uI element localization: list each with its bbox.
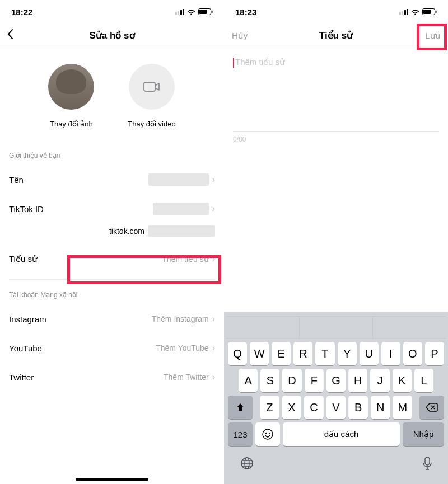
row-instagram[interactable]: Instagram Thêm Instagram ›	[0, 304, 224, 333]
svg-rect-2	[212, 11, 213, 13]
row-yt-label: YouTube	[9, 344, 42, 353]
signal-icon	[399, 9, 409, 15]
change-photo-button[interactable]: Thay đổi ảnh	[48, 64, 94, 128]
row-yt-value: Thêm YouTube	[156, 344, 208, 353]
wifi-icon	[186, 8, 196, 15]
wifi-icon	[410, 8, 420, 15]
nav-header: Hủy Tiểu sử Lưu	[224, 24, 448, 48]
row-ig-label: Instagram	[9, 314, 46, 324]
key-b[interactable]: B	[348, 396, 368, 419]
chevron-right-icon: ›	[212, 372, 215, 382]
keyboard-row-4: 123 dấu cách Nhập	[226, 419, 446, 446]
chevron-right-icon: ›	[212, 254, 215, 264]
key-z[interactable]: Z	[260, 396, 279, 419]
svg-point-10	[269, 433, 270, 434]
bio-input[interactable]: Thêm tiểu sử	[224, 48, 448, 68]
row-bio-label: Tiểu sử	[9, 254, 38, 264]
key-o[interactable]: O	[403, 342, 422, 365]
avatar-row: Thay đổi ảnh Thay đổi video	[0, 48, 224, 133]
key-f[interactable]: F	[305, 369, 324, 392]
row-youtube[interactable]: YouTube Thêm YouTube ›	[0, 333, 224, 363]
battery-icon	[198, 8, 213, 15]
key-a[interactable]: A	[239, 369, 258, 392]
key-l[interactable]: L	[414, 369, 433, 392]
svg-point-8	[263, 429, 273, 439]
key-x[interactable]: X	[282, 396, 302, 419]
space-key[interactable]: dấu cách	[283, 422, 400, 446]
key-j[interactable]: J	[370, 369, 389, 392]
chevron-right-icon: ›	[212, 175, 215, 185]
status-icons	[175, 8, 213, 15]
chevron-right-icon: ›	[212, 314, 215, 324]
row-tiktokid-label: TikTok ID	[9, 204, 44, 214]
battery-icon	[422, 8, 437, 15]
svg-rect-1	[199, 10, 207, 14]
row-name[interactable]: Tên ›	[0, 165, 224, 194]
section-social: Tài khoản Mạng xã hội	[0, 285, 224, 304]
key-s[interactable]: S	[260, 369, 279, 392]
svg-rect-7	[436, 11, 437, 13]
key-w[interactable]: W	[250, 342, 269, 365]
tiktok-url-row: tiktok.com	[0, 223, 224, 245]
change-video-label: Thay đổi video	[128, 120, 175, 128]
key-u[interactable]: U	[360, 342, 379, 365]
save-button[interactable]: Lưu	[425, 31, 440, 41]
page-title: Sửa hồ sơ	[89, 30, 134, 41]
divider	[9, 279, 215, 280]
chevron-right-icon: ›	[212, 343, 215, 353]
key-c[interactable]: C	[304, 396, 324, 419]
emoji-key[interactable]	[255, 422, 280, 446]
backspace-key[interactable]	[419, 396, 444, 419]
svg-rect-13	[425, 457, 430, 465]
svg-rect-6	[423, 10, 431, 14]
svg-point-3	[68, 84, 74, 90]
section-about: Giới thiệu về bạn	[0, 133, 224, 165]
keyboard-suggestions[interactable]	[226, 316, 446, 339]
key-d[interactable]: D	[282, 369, 301, 392]
key-r[interactable]: R	[293, 342, 312, 365]
key-i[interactable]: I	[381, 342, 400, 365]
key-k[interactable]: K	[393, 369, 412, 392]
page-title: Tiểu sử	[319, 30, 353, 41]
key-n[interactable]: N	[371, 396, 390, 419]
status-icons	[399, 8, 437, 15]
mic-key[interactable]	[422, 456, 432, 471]
shift-key[interactable]	[228, 396, 253, 419]
key-v[interactable]: V	[326, 396, 346, 419]
row-tw-value: Thêm Twitter	[164, 373, 209, 382]
key-y[interactable]: Y	[338, 342, 357, 365]
row-tiktok-id[interactable]: TikTok ID ›	[0, 194, 224, 223]
back-button[interactable]	[7, 29, 13, 43]
key-g[interactable]: G	[326, 369, 346, 392]
key-m[interactable]: M	[393, 396, 412, 419]
cancel-button[interactable]: Hủy	[232, 31, 248, 41]
row-twitter[interactable]: Twitter Thêm Twitter ›	[0, 363, 224, 392]
home-indicator	[76, 478, 148, 481]
row-tw-label: Twitter	[9, 373, 34, 382]
status-time: 18:23	[235, 7, 256, 17]
name-value-redacted	[148, 173, 209, 186]
row-bio[interactable]: Tiểu sử Thêm tiểu sử ›	[0, 245, 224, 274]
globe-key[interactable]	[240, 456, 254, 471]
tiktokid-value-redacted	[153, 203, 209, 215]
chevron-right-icon: ›	[212, 204, 215, 214]
key-t[interactable]: T	[315, 342, 334, 365]
screen-edit-profile: 18:22 Sửa hồ sơ	[0, 0, 224, 484]
status-bar: 18:23	[224, 0, 448, 24]
key-q[interactable]: Q	[228, 342, 247, 365]
svg-rect-4	[144, 82, 155, 91]
url-prefix: tiktok.com	[109, 227, 144, 236]
row-ig-value: Thêm Instagram	[152, 314, 209, 323]
change-photo-label: Thay đổi ảnh	[50, 120, 93, 128]
key-e[interactable]: E	[272, 342, 291, 365]
numbers-key[interactable]: 123	[228, 422, 253, 446]
svg-point-9	[265, 433, 267, 434]
keyboard: QWERTYUIOP ASDFGHJKL ZXCVBNM 123 dấu các…	[224, 312, 448, 484]
enter-key[interactable]: Nhập	[403, 422, 444, 446]
keyboard-row-3: ZXCVBNM	[226, 392, 446, 419]
keyboard-row-2: ASDFGHJKL	[226, 365, 446, 392]
key-p[interactable]: P	[425, 342, 444, 365]
change-video-button[interactable]: Thay đổi video	[128, 64, 175, 128]
key-h[interactable]: H	[348, 369, 367, 392]
bio-counter: 0/80	[224, 132, 448, 147]
